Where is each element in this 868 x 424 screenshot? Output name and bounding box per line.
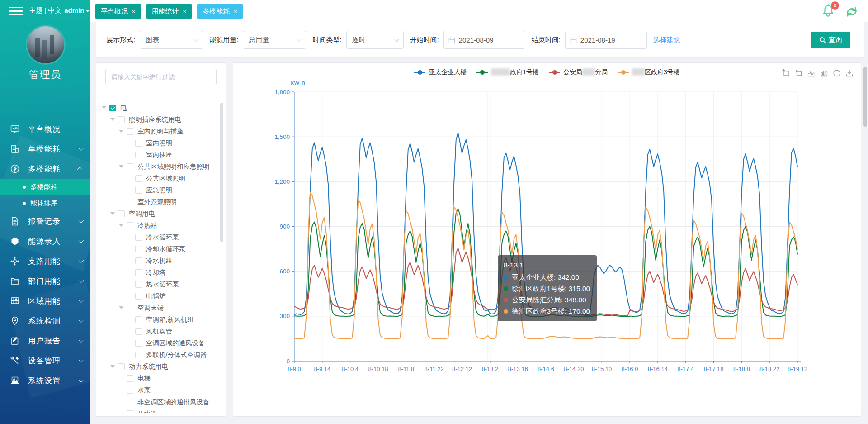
tree-checkbox[interactable] (135, 293, 142, 300)
tree-node[interactable]: 电 (96, 102, 219, 114)
tree-scrollbar[interactable] (220, 103, 223, 242)
sidebar-item-9[interactable]: 用户报告 (0, 331, 90, 351)
tree-checkbox[interactable] (118, 116, 125, 123)
tree-expand-icon[interactable] (102, 106, 106, 109)
tree-checkbox[interactable] (135, 187, 142, 194)
tree-node-label[interactable]: 空调区域的通风设备 (146, 339, 205, 348)
tree-node[interactable]: 冷水循环泵 (96, 231, 219, 243)
tree-node[interactable]: 室外景观照明 (96, 196, 219, 208)
tree-node[interactable]: 公共区域照明 (96, 172, 219, 184)
tree-node[interactable]: 冷却塔 (96, 267, 219, 278)
tree-node-label[interactable]: 公共区域照明和应急照明 (137, 162, 210, 171)
sidebar-item-4[interactable]: 能源录入 (0, 231, 90, 251)
tree-checkbox[interactable] (127, 410, 133, 414)
tree-checkbox[interactable] (135, 340, 142, 347)
sidebar-item-8[interactable]: 系统检测 (0, 311, 90, 331)
sidebar-subitem-1[interactable]: 能耗排序 (0, 195, 90, 211)
tree-node-label[interactable]: 冷水循环泵 (146, 233, 179, 242)
energy-usage-select[interactable]: 总用量 (243, 31, 306, 49)
tree-node-label[interactable]: 室内照明与插座 (137, 127, 184, 136)
tree-node-label[interactable]: 室内照明 (146, 139, 172, 148)
tree-node[interactable]: 电锅炉 (96, 290, 219, 302)
tree-node[interactable]: 风机盘管 (96, 325, 219, 337)
tree-expand-icon[interactable] (110, 365, 115, 368)
time-type-select[interactable]: 逐时 (346, 31, 404, 49)
tree-node-label[interactable]: 室外景观照明 (137, 198, 177, 206)
tree-checkbox[interactable] (127, 305, 133, 311)
tree-checkbox[interactable] (135, 140, 142, 147)
tree-node-label[interactable]: 开水器 (137, 410, 157, 414)
tree-node-label[interactable]: 多联机/分体式空调器 (146, 351, 207, 359)
display-type-select[interactable]: 图表 (140, 31, 203, 49)
topbar-user-area[interactable]: 主题 | 中文admin (29, 6, 90, 15)
tree-node-label[interactable]: 空调末端 (137, 304, 164, 312)
tree-node-label[interactable]: 电 (120, 104, 127, 112)
tree-node-label[interactable]: 应急照明 (146, 186, 172, 195)
tree-expand-icon[interactable] (119, 165, 123, 168)
tree-checkbox[interactable] (127, 387, 133, 394)
tree-node[interactable]: 室内插座 (96, 149, 219, 161)
query-button[interactable]: 查询 (811, 32, 850, 48)
tree-checkbox[interactable] (135, 316, 142, 323)
tree-checkbox[interactable] (135, 281, 142, 288)
tree-checkbox[interactable] (109, 105, 116, 111)
tree-node-label[interactable]: 冷水机组 (146, 257, 172, 265)
tree-expand-icon[interactable] (119, 224, 123, 227)
tree-node[interactable]: 照明插座系统用电 (96, 114, 219, 125)
tab-1[interactable]: 用能统计× (146, 4, 192, 19)
sidebar-item-10[interactable]: 设备管理 (0, 351, 90, 371)
window-scrollbar[interactable] (863, 67, 867, 127)
tree-node-label[interactable]: 空调箱,新风机组 (146, 315, 194, 324)
tree-node[interactable]: 水泵 (96, 384, 219, 396)
notification-bell-icon[interactable]: 0 (820, 3, 838, 21)
tree-checkbox[interactable] (135, 152, 142, 158)
username-label[interactable]: admin (64, 6, 84, 14)
tab-2[interactable]: 多楼能耗× (197, 4, 243, 19)
tree-node-label[interactable]: 电锅炉 (146, 292, 166, 300)
tab-close-icon[interactable]: × (234, 8, 237, 15)
tree-node-label[interactable]: 公共区域照明 (146, 174, 185, 183)
tab-0[interactable]: 平台概况× (95, 4, 141, 19)
tree-node[interactable]: 开水器 (96, 408, 219, 413)
start-date-input[interactable]: 2021-08-09 (443, 31, 525, 49)
tree-checkbox[interactable] (135, 352, 142, 358)
tree-checkbox[interactable] (135, 328, 142, 335)
sidebar-item-2[interactable]: 多楼能耗 (0, 159, 90, 179)
tree-node[interactable]: 电梯 (96, 372, 219, 384)
sidebar-subitem-0[interactable]: 多楼能耗 (0, 179, 90, 195)
sidebar-item-7[interactable]: 区域用能 (0, 291, 90, 311)
tab-close-icon[interactable]: × (183, 8, 187, 15)
tree-node[interactable]: 空调箱,新风机组 (96, 314, 219, 325)
tree-node-label[interactable]: 冷却水循环泵 (146, 245, 185, 253)
sidebar-item-1[interactable]: 单楼能耗 (0, 139, 90, 159)
tree-checkbox[interactable] (118, 210, 125, 217)
tree-node-label[interactable]: 水泵 (137, 386, 151, 395)
tree-checkbox[interactable] (135, 257, 142, 264)
tree-checkbox[interactable] (127, 199, 133, 205)
tree-node-label[interactable]: 非空调区域的通排风设备 (137, 398, 210, 406)
tree-node[interactable]: 应急照明 (96, 184, 219, 196)
tree-node[interactable]: 空调末端 (96, 302, 219, 314)
tree-node-label[interactable]: 冷热站 (137, 221, 157, 230)
tree-checkbox[interactable] (118, 363, 125, 370)
tree-node[interactable]: 冷却水循环泵 (96, 243, 219, 255)
tree-node-label[interactable]: 动力系统用电 (129, 362, 168, 371)
tree-expand-icon[interactable] (110, 118, 115, 121)
tree-expand-icon[interactable] (110, 212, 115, 215)
end-date-input[interactable]: 2021-08-19 (565, 31, 647, 49)
tree-expand-icon[interactable] (119, 130, 123, 133)
tree-node[interactable]: 室内照明 (96, 137, 219, 149)
tree-node-label[interactable]: 电梯 (137, 374, 151, 383)
tree-checkbox[interactable] (127, 222, 133, 229)
chart-plot[interactable]: 03006009001,2001,5001,800kW·h8-9 08-9 14… (233, 63, 861, 417)
sidebar-item-6[interactable]: 部门用能 (0, 271, 90, 291)
tree-checkbox[interactable] (127, 128, 133, 135)
refresh-icon[interactable] (844, 5, 859, 19)
tree-node-label[interactable]: 空调用电 (129, 210, 155, 218)
tree-node[interactable]: 公共区域照明和应急照明 (96, 161, 219, 172)
tree-node[interactable]: 动力系统用电 (96, 361, 219, 372)
sidebar-item-11[interactable]: 系统设置 (0, 371, 90, 391)
tree-node[interactable]: 室内照明与插座 (96, 125, 219, 137)
tree-node[interactable]: 空调用电 (96, 208, 219, 219)
tree-checkbox[interactable] (135, 234, 142, 241)
